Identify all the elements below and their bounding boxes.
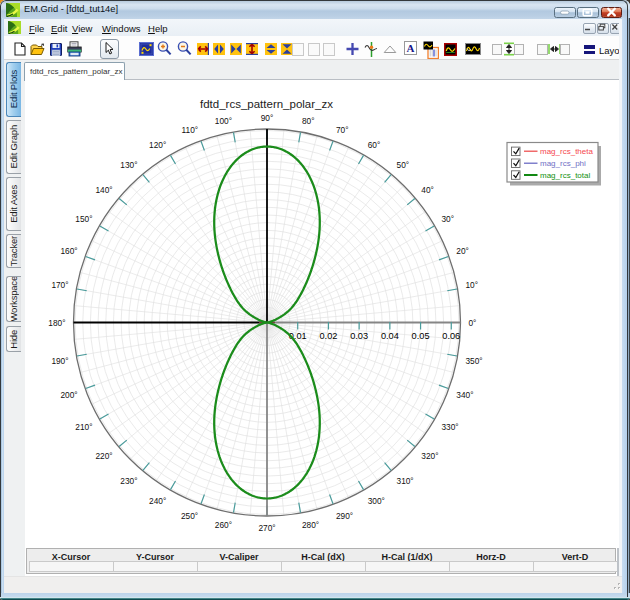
svg-text:0°: 0° xyxy=(469,318,477,328)
svg-text:260°: 260° xyxy=(215,520,232,530)
svg-text:50°: 50° xyxy=(397,160,410,170)
svg-text:230°: 230° xyxy=(120,476,137,486)
svg-text:290°: 290° xyxy=(336,511,353,521)
svg-text:mag_rcs_theta: mag_rcs_theta xyxy=(540,147,593,156)
svg-text:0.04: 0.04 xyxy=(381,331,399,341)
svg-text:150°: 150° xyxy=(75,214,92,224)
svg-text:130°: 130° xyxy=(120,160,137,170)
svg-text:0.02: 0.02 xyxy=(319,331,337,341)
svg-text:250°: 250° xyxy=(181,511,198,521)
svg-text:90°: 90° xyxy=(261,113,274,123)
svg-text:340°: 340° xyxy=(456,390,473,400)
svg-text:fdtd_rcs_pattern_polar_zx: fdtd_rcs_pattern_polar_zx xyxy=(200,98,333,110)
svg-text:310°: 310° xyxy=(397,476,414,486)
svg-text:120°: 120° xyxy=(149,140,166,150)
svg-text:60°: 60° xyxy=(368,140,381,150)
svg-text:270°: 270° xyxy=(258,523,275,533)
svg-text:300°: 300° xyxy=(368,496,385,506)
svg-text:140°: 140° xyxy=(95,185,112,195)
svg-text:200°: 200° xyxy=(60,390,77,400)
svg-text:190°: 190° xyxy=(51,356,68,366)
svg-text:10°: 10° xyxy=(465,280,478,290)
svg-text:30°: 30° xyxy=(442,214,455,224)
svg-text:100°: 100° xyxy=(215,116,232,126)
svg-text:0.05: 0.05 xyxy=(412,331,430,341)
svg-text:210°: 210° xyxy=(75,422,92,432)
svg-text:280°: 280° xyxy=(302,520,319,530)
svg-text:160°: 160° xyxy=(60,246,77,256)
svg-text:220°: 220° xyxy=(95,451,112,461)
svg-text:20°: 20° xyxy=(456,246,469,256)
svg-text:170°: 170° xyxy=(51,280,68,290)
svg-text:80°: 80° xyxy=(302,116,315,126)
svg-text:330°: 330° xyxy=(442,422,459,432)
svg-text:350°: 350° xyxy=(465,356,482,366)
svg-text:mag_rcs_total: mag_rcs_total xyxy=(540,171,590,180)
svg-text:0.03: 0.03 xyxy=(350,331,368,341)
svg-text:70°: 70° xyxy=(336,125,349,135)
svg-text:320°: 320° xyxy=(421,451,438,461)
svg-text:mag_rcs_phi: mag_rcs_phi xyxy=(540,159,586,168)
svg-text:180°: 180° xyxy=(48,318,65,328)
svg-text:240°: 240° xyxy=(149,496,166,506)
svg-text:40°: 40° xyxy=(421,185,434,195)
svg-text:0.06: 0.06 xyxy=(442,331,460,341)
svg-text:110°: 110° xyxy=(182,125,199,135)
